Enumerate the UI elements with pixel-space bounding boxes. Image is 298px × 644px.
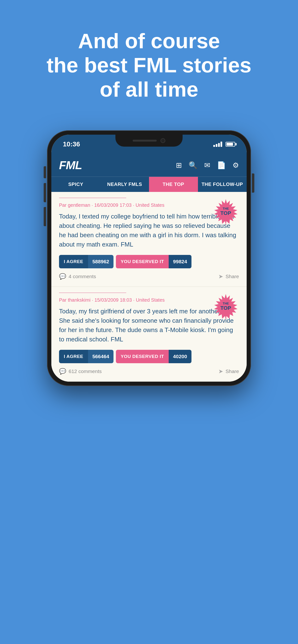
- action-row-2: 💬 612 comments ➤ Share: [59, 368, 239, 375]
- fml-logo: FML: [59, 158, 82, 172]
- share-label-2: Share: [226, 368, 239, 374]
- power-button: [252, 174, 254, 192]
- gallery-icon[interactable]: ⊞: [176, 161, 182, 170]
- front-camera: [161, 138, 165, 143]
- agree-count-2: 566464: [88, 350, 113, 363]
- speaker: [133, 140, 157, 142]
- status-icons: [213, 142, 235, 147]
- comment-icon: 💬: [59, 273, 66, 280]
- vote-row-2: I AGREE 566464 YOU DESERVED IT 40200: [59, 350, 239, 363]
- headline-section: And of course the best FML stories of al…: [0, 0, 298, 121]
- ydi-count-2: 40200: [169, 350, 191, 363]
- ydi-label-1: YOU DESERVED IT: [116, 255, 169, 268]
- svg-text:TOP: TOP: [221, 210, 231, 216]
- top-badge-2: THE TOP: [213, 294, 239, 320]
- notch: [115, 135, 183, 146]
- ydi-button-1[interactable]: YOU DESERVED IT 99824: [116, 255, 192, 268]
- status-bar: 10:36: [51, 135, 247, 154]
- story-card-2: THE TOP Par thankskimi · 15/03/2009 18:0…: [51, 287, 247, 382]
- tab-follow-up[interactable]: THE FOLLOW-UP: [198, 177, 247, 192]
- ydi-button-2[interactable]: YOU DESERVED IT 40200: [116, 350, 192, 363]
- svg-text:THE: THE: [223, 207, 229, 210]
- svg-text:TOP: TOP: [221, 305, 231, 311]
- tab-the-top[interactable]: THE TOP: [149, 177, 198, 192]
- headline-line3: of all time: [100, 78, 198, 101]
- content-area: THE TOP Par gentleman · 16/03/2009 17:03…: [51, 192, 247, 382]
- comments-count-2: 612 comments: [69, 368, 102, 374]
- share-icon: ➤: [218, 273, 223, 280]
- signal-icon: [213, 142, 222, 147]
- story-card-1: THE TOP Par gentleman · 16/03/2009 17:03…: [51, 192, 247, 287]
- vote-row-1: I AGREE 588962 YOU DESERVED IT 99824: [59, 255, 239, 268]
- search-icon[interactable]: 🔍: [189, 161, 198, 170]
- phone-screen: 10:36: [51, 135, 247, 382]
- agree-label-1: I AGREE: [59, 255, 88, 268]
- comments-button-2[interactable]: 💬 612 comments: [59, 368, 102, 375]
- top-badge-1: THE TOP: [213, 198, 239, 225]
- story-text-1: Today, I texted my college boyfriend to …: [59, 212, 239, 249]
- agree-button-1[interactable]: I AGREE 588962: [59, 255, 113, 268]
- headline-line2: the best FML stories: [47, 53, 251, 77]
- ydi-label-2: YOU DESERVED IT: [116, 350, 169, 363]
- app-header: FML ⊞ 🔍 ✉ 📄 ⚙: [51, 154, 247, 176]
- ydi-count-1: 99824: [169, 255, 191, 268]
- comments-count-1: 4 comments: [69, 274, 96, 279]
- tab-nearly-fmls[interactable]: NEARLY FMLS: [100, 177, 149, 192]
- comments-button-1[interactable]: 💬 4 comments: [59, 273, 96, 280]
- action-row-1: 💬 4 comments ➤ Share: [59, 273, 239, 280]
- message-icon[interactable]: ✉: [204, 161, 210, 170]
- comment-icon-2: 💬: [59, 368, 66, 375]
- mute-button: [44, 166, 46, 178]
- svg-text:THE: THE: [223, 302, 229, 305]
- phone-mockup: 10:36: [47, 130, 251, 386]
- tab-spicy[interactable]: SPICY: [51, 177, 100, 192]
- story-divider: [59, 198, 126, 198]
- phone-outer: 10:36: [47, 130, 251, 386]
- settings-icon[interactable]: ⚙: [232, 161, 239, 170]
- agree-button-2[interactable]: I AGREE 566464: [59, 350, 113, 363]
- volume-down-button: [44, 207, 46, 226]
- agree-count-1: 588962: [88, 255, 113, 268]
- headline-line1: And of course: [78, 29, 220, 53]
- share-label-1: Share: [226, 274, 239, 279]
- share-button-2[interactable]: ➤ Share: [218, 368, 239, 375]
- document-icon[interactable]: 📄: [217, 161, 226, 170]
- battery-icon: [226, 142, 235, 146]
- story-meta-2: Par thankskimi · 15/03/2009 18:03 · Unit…: [59, 297, 239, 303]
- volume-up-button: [44, 183, 46, 202]
- status-time: 10:36: [63, 140, 80, 148]
- nav-tabs: SPICY NEARLY FMLS THE TOP THE FOLLOW-UP: [51, 176, 247, 192]
- share-icon-2: ➤: [218, 368, 223, 375]
- headline-text: And of course the best FML stories of al…: [19, 29, 279, 102]
- share-button-1[interactable]: ➤ Share: [218, 273, 239, 280]
- agree-label-2: I AGREE: [59, 350, 88, 363]
- story-meta-1: Par gentleman · 16/03/2009 17:03 · Unite…: [59, 202, 239, 208]
- story-divider-2: [59, 292, 126, 293]
- story-text-2: Today, my first girlfriend of over 3 yea…: [59, 307, 239, 344]
- header-icons: ⊞ 🔍 ✉ 📄 ⚙: [176, 161, 239, 170]
